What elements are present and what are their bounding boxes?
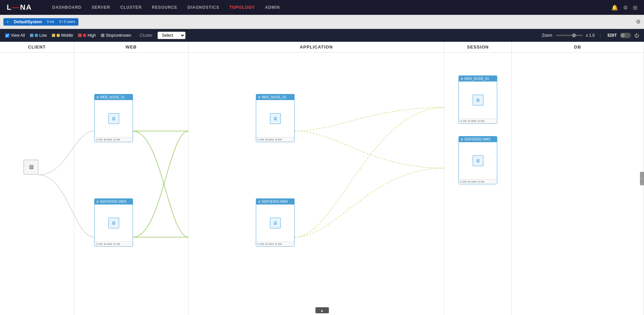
server02-was-app-disk: D 3% (275, 243, 282, 246)
system-latency: 0 ms (47, 20, 54, 24)
nav-cluster[interactable]: CLUSTER (120, 5, 142, 10)
nav-topology[interactable]: TOPOLOGY (229, 5, 255, 10)
system-bar: ● DefaultSystem 0 ms 0 / 0 users ⚙ (0, 15, 644, 29)
web-node-01-body: 🖥 (95, 100, 133, 137)
chevron-left-icon: › (641, 177, 642, 180)
bell-icon[interactable]: 🔔 (611, 4, 618, 11)
server02-was-app-footer: C 0% M 10% D 3% (256, 242, 294, 246)
web-node-01-box[interactable]: ⚙ WEB_NODE_01 🖥 C 0% M 20% D 5% (94, 94, 133, 142)
col-session: SESSION ⚙ WAS_NODE_01 🖥 C 0% M 20% D 5% (444, 42, 512, 315)
stop-indicator (101, 34, 104, 37)
high-indicator (78, 34, 81, 37)
was-node-01-app-name: WAS_NODE_01 (262, 95, 286, 99)
was-node-01-session-body: 🖥 (459, 82, 497, 119)
high-label: High (88, 33, 96, 38)
was-node-01-app-body: 🖥 (256, 100, 294, 137)
middle-dot (57, 34, 60, 37)
server02-web-cpu: C 0% (96, 243, 103, 246)
was-node-01-session-disk: D 5% (478, 120, 484, 123)
web-node-01-name: WEB_NODE_01 (100, 95, 125, 99)
was-node-01-session-gear-icon: ⚙ (461, 77, 463, 81)
nav-diagnostics[interactable]: DIAGNOSTICS (188, 5, 219, 10)
filter-bar: View All Low Middle High Stop/unknown Cl… (0, 29, 644, 42)
col-db-header: DB (512, 42, 644, 53)
toggle-knob (621, 33, 625, 37)
was-node-01-app-icon: 🖥 (270, 113, 281, 124)
was-node-01-app-server-icon: 🖥 (273, 116, 278, 121)
settings-icon[interactable]: ⚙ (636, 19, 641, 25)
filter-stop: Stop/unknown (101, 33, 131, 38)
zoom-controls: Zoom x 1.0 | EDIT ⏻ (542, 33, 639, 38)
top-navigation: L—NA DASHBOARD SERVER CLUSTER RESOURCE D… (0, 0, 644, 15)
col-client-header: CLIENT (0, 42, 74, 53)
server02-was-session-header: ⚙ SERVER02-WAS (459, 136, 497, 142)
server02-web-box[interactable]: ⚙ SERVER02-WEB 🖥 C 0% M 10% D 3% (94, 198, 133, 247)
power-icon[interactable]: ⏻ (634, 33, 639, 38)
was-node-01-app-header: ⚙ WAS_NODE_01 (256, 94, 294, 100)
web-node-01-footer: C 0% M 20% D 5% (95, 137, 133, 142)
web-node-01-icon: 🖥 (108, 113, 119, 124)
server02-web-server-icon: 🖥 (111, 220, 116, 226)
nav-server[interactable]: SERVER (92, 5, 110, 10)
server02-web-header: ⚙ SERVER02-WEB (95, 199, 133, 204)
low-label: Low (39, 33, 47, 38)
was-node-01-session-name: WAS_NODE_01 (464, 77, 489, 81)
was-node-01-session-box[interactable]: ⚙ WAS_NODE_01 🖥 C 0% M 20% D 5% (459, 75, 497, 124)
server02-was-session-icon: 🖥 (473, 155, 483, 166)
nav-dashboard[interactable]: DASHBOARD (52, 5, 81, 10)
system-info-panel[interactable]: ● DefaultSystem 0 ms 0 / 0 users (3, 18, 78, 26)
bottom-expand-handle[interactable]: ▲ (315, 307, 329, 313)
high-dot (83, 34, 86, 37)
server02-was-session-server-icon: 🖥 (476, 158, 480, 163)
client-node[interactable]: 🖥 (24, 160, 38, 175)
was-node-01-session-icon: 🖥 (473, 95, 483, 105)
cluster-select[interactable]: Select Cluster1 Cluster2 (158, 32, 185, 39)
server02-was-app-mem: M 10% (266, 243, 274, 246)
server02-web-name: SERVER02-WEB (100, 200, 126, 203)
was-node-01-app-gear-icon: ⚙ (258, 96, 261, 99)
server02-was-session-box[interactable]: ⚙ SERVER02-WAS 🖥 C 0% M 10% D 3% (459, 136, 497, 184)
nav-admin[interactable]: ADMIN (265, 5, 280, 10)
view-all-label: View All (11, 33, 25, 38)
server02-was-app-box[interactable]: ⚙ SERVER02-WAS 🖥 C 0% M 10% D 3% (256, 198, 295, 247)
server02-web-footer: C 0% M 10% D 3% (95, 242, 133, 246)
col-app-header: APPLICATION (189, 42, 444, 53)
web-node-01-mem: M 20% (104, 138, 112, 141)
filter-middle: Middle (52, 33, 73, 38)
was-node-01-app-cpu: C 0% (258, 138, 264, 141)
system-name: DefaultSystem (14, 20, 42, 24)
zoom-slider[interactable] (556, 35, 583, 36)
low-dot (35, 34, 38, 37)
filter-low: Low (30, 33, 47, 38)
stop-label: Stop/unknown (106, 33, 131, 38)
col-web-header: WEB (74, 42, 188, 53)
filter-view-all: View All (5, 33, 25, 38)
web-node-01-header: ⚙ WEB_NODE_01 (95, 94, 133, 100)
server02-was-session-footer: C 0% M 10% D 3% (459, 179, 497, 184)
server02-was-app-header: ⚙ SERVER02-WAS (256, 199, 294, 204)
filter-high: High (78, 33, 96, 38)
nav-resource[interactable]: RESOURCE (152, 5, 177, 10)
web-node-01-gear-icon: ⚙ (96, 96, 99, 99)
was-node-01-session-cpu: C 0% (460, 120, 467, 123)
middle-label: Middle (61, 33, 73, 38)
middle-indicator (52, 34, 55, 37)
col-db: DB (512, 42, 644, 315)
server02-was-app-gear-icon: ⚙ (258, 200, 261, 203)
was-node-01-app-box[interactable]: ⚙ WAS_NODE_01 🖥 C 0% M 20% D 5% (256, 94, 295, 142)
web-node-01-cpu: C 0% (96, 138, 103, 141)
view-all-checkbox[interactable] (5, 33, 9, 38)
server02-was-app-icon: 🖥 (270, 218, 281, 228)
grid-icon[interactable]: ⊞ (633, 4, 637, 11)
sidebar-collapse-handle[interactable]: › (640, 172, 644, 185)
was-node-01-session-footer: C 0% M 20% D 5% (459, 119, 497, 123)
server02-was-app-body: 🖥 (256, 204, 294, 242)
server02-web-disk: D 3% (113, 243, 120, 246)
nav-icons-group: 🔔 ⚙ ⊞ (611, 4, 637, 11)
zoom-handle (572, 33, 576, 37)
edit-toggle[interactable] (620, 33, 631, 38)
nav-links: DASHBOARD SERVER CLUSTER RESOURCE DIAGNO… (52, 5, 611, 10)
gear-icon[interactable]: ⚙ (623, 4, 628, 11)
server02-was-app-name: SERVER02-WAS (262, 200, 288, 203)
cluster-label: Cluster (140, 33, 152, 38)
